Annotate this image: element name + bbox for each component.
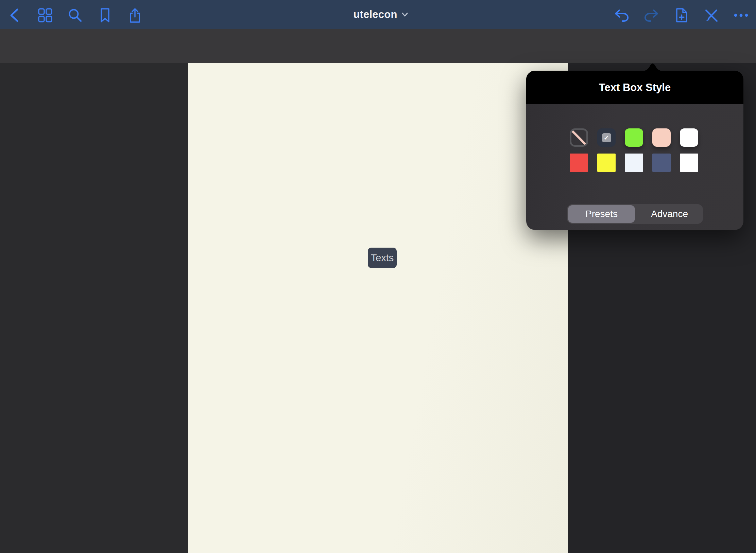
- style-swatch-white2[interactable]: [680, 154, 698, 172]
- pen-cross-icon: [703, 7, 719, 23]
- tool-toolbar: a T: [0, 29, 756, 63]
- grid-icon: [38, 8, 53, 23]
- page-title: utelecon: [353, 8, 397, 21]
- popover-title: Text Box Style: [599, 82, 671, 94]
- pages-overview-button[interactable]: [37, 7, 53, 23]
- checkmark-icon: ✓: [602, 133, 611, 142]
- style-swatch-row-2: [570, 154, 700, 172]
- share-icon: [127, 7, 143, 23]
- more-button[interactable]: [733, 7, 749, 23]
- style-swatch-red[interactable]: [570, 154, 588, 172]
- tab-presets[interactable]: Presets: [568, 205, 635, 223]
- ellipsis-icon: [733, 7, 749, 23]
- redo-button[interactable]: [643, 7, 660, 23]
- redo-icon: [643, 7, 660, 23]
- style-swatch-row-1: ✓: [570, 128, 700, 147]
- chevron-down-icon: [401, 12, 408, 17]
- add-page-button[interactable]: [673, 7, 690, 23]
- style-swatch-green[interactable]: [625, 128, 643, 147]
- search-icon: [67, 7, 83, 23]
- undo-icon: [613, 7, 630, 23]
- style-swatch-slate[interactable]: [652, 154, 671, 172]
- canvas-text: Texts: [371, 252, 394, 264]
- presets-advance-segmented-control: Presets Advance: [567, 204, 703, 224]
- disable-pen-button[interactable]: [703, 7, 719, 23]
- style-swatch-lightblue[interactable]: [625, 154, 643, 172]
- canvas-background-left: [0, 63, 188, 553]
- note-page[interactable]: Texts: [188, 63, 568, 553]
- style-swatch-none[interactable]: [570, 128, 588, 147]
- navbar: utelecon: [0, 0, 756, 29]
- bookmark-icon: [97, 7, 113, 23]
- add-page-icon: [673, 7, 690, 23]
- tab-advance[interactable]: Advance: [636, 204, 703, 224]
- style-swatch-white[interactable]: [680, 128, 698, 147]
- back-chevron-icon: [8, 7, 20, 23]
- canvas-text-box[interactable]: Texts: [368, 248, 397, 268]
- style-swatch-peach[interactable]: [652, 128, 671, 147]
- share-button[interactable]: [127, 7, 143, 23]
- back-button[interactable]: [6, 7, 22, 23]
- document-title-button[interactable]: utelecon: [320, 0, 442, 29]
- popover-header: Text Box Style: [526, 71, 743, 104]
- bookmark-button[interactable]: [97, 7, 113, 23]
- style-swatch-yellow[interactable]: [597, 154, 616, 172]
- popover-arrow: [642, 62, 664, 71]
- search-button[interactable]: [67, 7, 83, 23]
- undo-button[interactable]: [613, 7, 630, 23]
- style-swatch-selected[interactable]: ✓: [597, 128, 616, 147]
